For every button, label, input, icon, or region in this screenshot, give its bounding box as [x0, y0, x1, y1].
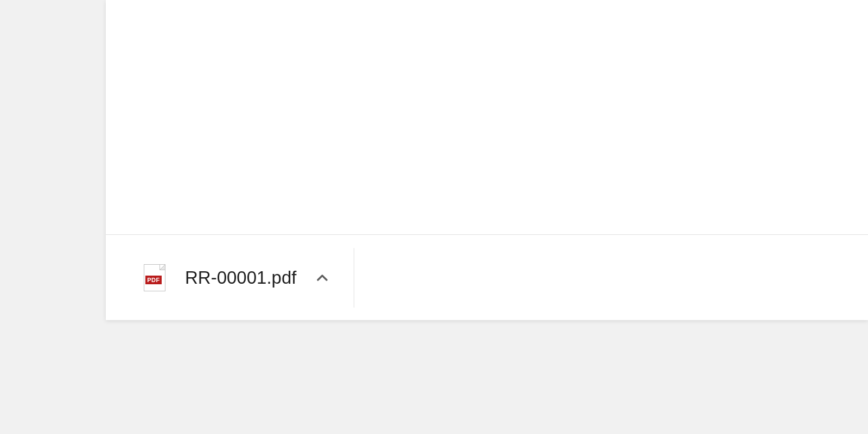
- pdf-file-icon: PDF: [144, 264, 165, 291]
- downloads-bar: PDF RR-00001.pdf: [106, 234, 868, 320]
- content-area: [106, 0, 868, 234]
- download-filename: RR-00001.pdf: [185, 267, 296, 288]
- download-item[interactable]: PDF RR-00001.pdf: [106, 248, 354, 308]
- pdf-icon-label: PDF: [145, 276, 162, 284]
- chevron-up-icon[interactable]: [312, 268, 332, 288]
- browser-window: PDF RR-00001.pdf: [106, 0, 868, 320]
